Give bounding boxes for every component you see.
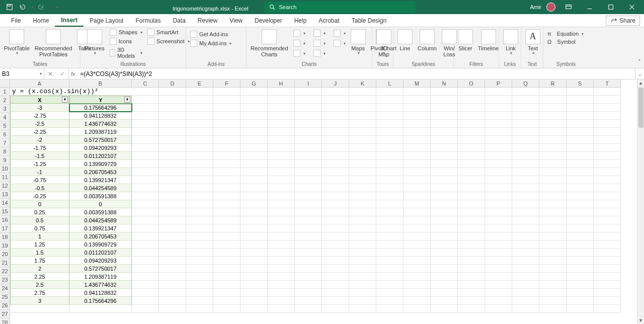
cell-Q15[interactable] xyxy=(512,200,539,208)
cell-E12[interactable] xyxy=(186,176,213,184)
cell-O9[interactable] xyxy=(458,152,485,160)
cell-L23[interactable] xyxy=(376,265,404,273)
cell-H6[interactable] xyxy=(268,128,295,136)
cell-E13[interactable] xyxy=(186,184,213,192)
cell-Q18[interactable] xyxy=(512,224,539,232)
cell-I1[interactable] xyxy=(295,88,322,96)
cell-J27[interactable] xyxy=(322,297,349,305)
cell-R9[interactable] xyxy=(539,152,567,160)
cell-F8[interactable] xyxy=(213,144,240,152)
cell-P25[interactable] xyxy=(485,281,512,289)
cell-D24[interactable] xyxy=(159,273,186,281)
cell-Q9[interactable] xyxy=(512,152,539,160)
cell-H10[interactable] xyxy=(268,160,295,168)
cell-P10[interactable] xyxy=(485,160,512,168)
cell-D21[interactable] xyxy=(159,249,186,257)
cell-E22[interactable] xyxy=(186,257,213,265)
cell-L16[interactable] xyxy=(376,208,404,216)
cell-P26[interactable] xyxy=(485,289,512,297)
cell-E9[interactable] xyxy=(186,152,213,160)
redo-chevron-icon[interactable]: ▾ xyxy=(49,5,51,10)
search-field[interactable]: Search xyxy=(265,2,416,13)
cell-H20[interactable] xyxy=(268,240,295,249)
cell-F9[interactable] xyxy=(213,152,240,160)
cell-O8[interactable] xyxy=(458,144,485,152)
cell-P20[interactable] xyxy=(485,240,512,249)
text-button[interactable]: AText▾ xyxy=(523,28,542,57)
cell-L12[interactable] xyxy=(376,176,404,184)
cell-L24[interactable] xyxy=(376,273,404,281)
cell-D19[interactable] xyxy=(159,232,186,240)
cell-N26[interactable] xyxy=(431,289,458,297)
cell-J8[interactable] xyxy=(322,144,349,152)
cell-S12[interactable] xyxy=(567,176,594,184)
cell-O25[interactable] xyxy=(458,281,485,289)
cell-G10[interactable] xyxy=(240,160,268,168)
cell-A25[interactable]: 2.5 xyxy=(10,281,69,289)
cell-T8[interactable] xyxy=(594,144,621,152)
cell-H21[interactable] xyxy=(268,249,295,257)
cell-A12[interactable]: -0.75 xyxy=(10,176,69,184)
cell-O22[interactable] xyxy=(458,257,485,265)
cell-E6[interactable] xyxy=(186,128,213,136)
cell-K26[interactable] xyxy=(349,289,376,297)
cell-T28[interactable] xyxy=(594,305,621,313)
cell-A28[interactable] xyxy=(10,305,69,313)
row-header-6[interactable]: 6 xyxy=(0,130,10,139)
cell-K14[interactable] xyxy=(349,192,376,200)
maximize-button[interactable] xyxy=(603,0,619,14)
cell-O17[interactable] xyxy=(458,216,485,224)
cell-T14[interactable] xyxy=(594,192,621,200)
cell-M26[interactable] xyxy=(404,289,431,297)
column-header-H[interactable]: H xyxy=(268,79,295,88)
cell-B8[interactable]: 0.094209293 xyxy=(69,144,132,152)
cell-R17[interactable] xyxy=(539,216,567,224)
cell-J4[interactable] xyxy=(322,112,349,120)
cell-D26[interactable] xyxy=(159,289,186,297)
cell-I25[interactable] xyxy=(295,281,322,289)
cell-A23[interactable]: 2 xyxy=(10,265,69,273)
cell-A3[interactable]: -3 xyxy=(10,104,69,112)
cell-O23[interactable] xyxy=(458,265,485,273)
cell-E11[interactable] xyxy=(186,168,213,176)
cell-E23[interactable] xyxy=(186,265,213,273)
cell-P21[interactable] xyxy=(485,249,512,257)
undo-chevron-icon[interactable]: ▾ xyxy=(31,5,33,10)
cell-H27[interactable] xyxy=(268,297,295,305)
cell-D14[interactable] xyxy=(159,192,186,200)
my-addins-button[interactable]: My Add-ins▾ xyxy=(188,39,233,47)
cell-K24[interactable] xyxy=(349,273,376,281)
cell-L22[interactable] xyxy=(376,257,404,265)
cell-F6[interactable] xyxy=(213,128,240,136)
cell-P27[interactable] xyxy=(485,297,512,305)
cell-C9[interactable] xyxy=(132,152,159,160)
cell-T25[interactable] xyxy=(594,281,621,289)
column-header-E[interactable]: E xyxy=(186,79,213,88)
pictures-button[interactable]: Pictures▾ xyxy=(83,28,107,57)
column-header-N[interactable]: N xyxy=(431,79,458,88)
cell-B6[interactable]: 1.209387119 xyxy=(69,128,132,136)
cell-T13[interactable] xyxy=(594,184,621,192)
cell-C11[interactable] xyxy=(132,168,159,176)
cell-K7[interactable] xyxy=(349,136,376,144)
row-header-19[interactable]: 19 xyxy=(0,241,10,250)
cell-A20[interactable]: 1.25 xyxy=(10,240,69,249)
cell-S14[interactable] xyxy=(567,192,594,200)
column-header-S[interactable]: S xyxy=(567,79,594,88)
cell-H7[interactable] xyxy=(268,136,295,144)
cell-N24[interactable] xyxy=(431,273,458,281)
cell-O21[interactable] xyxy=(458,249,485,257)
cell-A1[interactable]: y = (x.cos(x).sin(x))² xyxy=(10,88,132,96)
cell-K3[interactable] xyxy=(349,104,376,112)
cell-T17[interactable] xyxy=(594,216,621,224)
cell-F24[interactable] xyxy=(213,273,240,281)
cell-K1[interactable] xyxy=(349,88,376,96)
cell-R1[interactable] xyxy=(539,88,567,96)
cell-H4[interactable] xyxy=(268,112,295,120)
row-header-20[interactable]: 20 xyxy=(0,250,10,259)
cell-G26[interactable] xyxy=(240,289,268,297)
cell-F12[interactable] xyxy=(213,176,240,184)
cell-E27[interactable] xyxy=(186,297,213,305)
cell-Q17[interactable] xyxy=(512,216,539,224)
cell-M14[interactable] xyxy=(404,192,431,200)
